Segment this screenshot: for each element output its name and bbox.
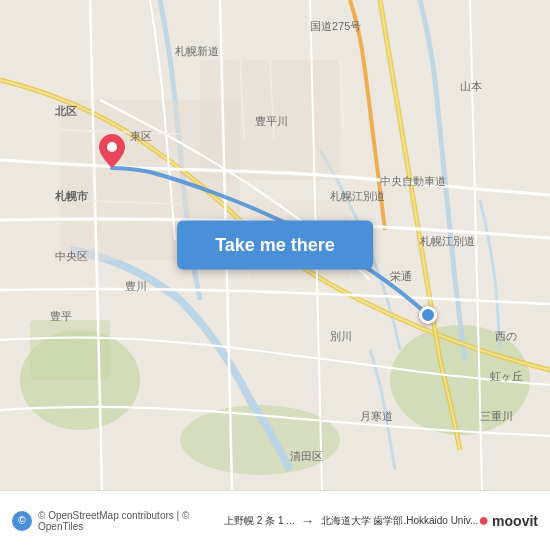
svg-text:三重川: 三重川: [480, 410, 513, 422]
take-me-there-button[interactable]: Take me there: [177, 221, 373, 270]
svg-text:豊川: 豊川: [125, 280, 147, 292]
svg-text:中央区: 中央区: [55, 250, 88, 262]
svg-text:国道275号: 国道275号: [310, 20, 361, 32]
attribution-text: © OpenStreetMap contributors | © OpenTil…: [38, 510, 224, 532]
svg-text:月寒道: 月寒道: [360, 410, 393, 422]
svg-text:豊平川: 豊平川: [255, 115, 288, 127]
svg-text:清田区: 清田区: [290, 450, 323, 462]
origin-marker: [99, 134, 125, 168]
svg-text:札幌市: 札幌市: [54, 190, 89, 202]
moovit-brand-text: moovit: [492, 513, 538, 529]
destination-marker: [419, 306, 437, 324]
svg-text:虹ヶ丘: 虹ヶ丘: [490, 370, 523, 382]
svg-text:北区: 北区: [54, 105, 77, 117]
moovit-logo-icon: ●: [478, 510, 489, 531]
svg-text:西の: 西の: [495, 330, 517, 342]
route-info: 上野幌 2 条 1 ... → 北海道大学 歯学部.Hokkaido Univ.…: [224, 513, 478, 529]
arrow-icon: →: [301, 513, 315, 529]
svg-text:東区: 東区: [130, 130, 152, 142]
svg-text:栄通: 栄通: [390, 270, 412, 282]
svg-text:札幌江別道: 札幌江別道: [420, 235, 475, 247]
svg-text:別川: 別川: [330, 330, 352, 342]
svg-text:札幌江別道: 札幌江別道: [330, 190, 385, 202]
svg-text:豊平: 豊平: [50, 310, 72, 322]
moovit-logo: ● moovit: [478, 510, 538, 531]
svg-text:札幌新道: 札幌新道: [175, 45, 219, 57]
svg-point-30: [107, 142, 117, 152]
svg-text:中央自動車道: 中央自動車道: [380, 175, 446, 187]
footer: © © OpenStreetMap contributors | © OpenT…: [0, 490, 550, 550]
footer-attribution-area: © © OpenStreetMap contributors | © OpenT…: [12, 510, 224, 532]
osm-logo: ©: [12, 511, 32, 531]
to-label: 北海道大学 歯学部.Hokkaido Univ...: [321, 514, 479, 528]
from-label: 上野幌 2 条 1 ...: [224, 514, 295, 528]
svg-text:山本: 山本: [460, 80, 482, 92]
map-container: 北区 札幌市 中央区 東区 豊平 豊川 札幌新道 国道275号 豊平川 菊水元町…: [0, 0, 550, 490]
